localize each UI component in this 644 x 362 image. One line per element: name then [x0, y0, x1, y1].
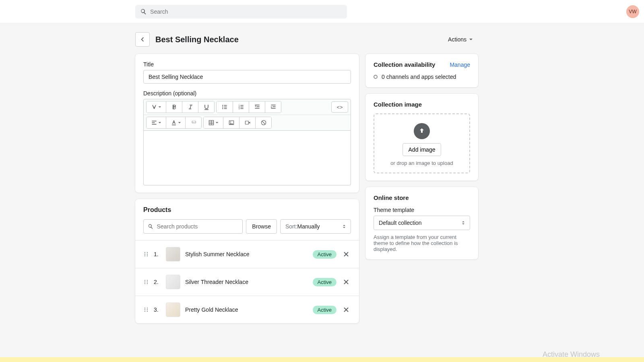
chevron-down-icon: [158, 121, 161, 124]
avatar[interactable]: VW: [626, 5, 639, 18]
online-store-heading: Online store: [374, 194, 470, 201]
product-name[interactable]: Pretty Gold Necklace: [185, 306, 308, 313]
svg-text:3: 3: [238, 107, 239, 110]
drag-handle[interactable]: [143, 251, 149, 257]
product-name[interactable]: Silver Threader Necklace: [185, 279, 308, 285]
drag-handle[interactable]: [143, 279, 149, 285]
list-ul-icon: [221, 104, 228, 110]
remove-button[interactable]: [341, 249, 351, 259]
bullet-list-button[interactable]: [217, 101, 233, 113]
svg-rect-12: [255, 105, 259, 105]
row-index: 2.: [154, 279, 161, 285]
browse-button[interactable]: Browse: [246, 219, 277, 234]
description-editor[interactable]: [143, 131, 351, 185]
svg-point-41: [144, 283, 145, 284]
drag-handle[interactable]: [143, 307, 149, 313]
row-index: 3.: [154, 306, 161, 313]
indent-button[interactable]: [265, 101, 281, 113]
underline-button[interactable]: [198, 101, 214, 113]
svg-point-32: [147, 252, 148, 253]
link-button[interactable]: [185, 117, 201, 128]
remove-button[interactable]: [341, 305, 351, 315]
status-badge: Active: [313, 250, 336, 259]
italic-button[interactable]: [182, 101, 198, 113]
list-ol-icon: 123: [238, 104, 244, 110]
title-label: Title: [143, 61, 351, 68]
svg-rect-28: [245, 121, 248, 124]
svg-rect-18: [152, 121, 156, 121]
manage-link[interactable]: Manage: [450, 62, 470, 68]
availability-status: 0 channels and apps selected: [382, 74, 456, 80]
product-search[interactable]: [143, 219, 243, 234]
svg-rect-15: [271, 105, 275, 105]
description-label: Description (optional): [143, 90, 351, 97]
svg-rect-13: [256, 106, 259, 107]
svg-point-39: [144, 282, 145, 282]
global-search[interactable]: [135, 5, 347, 19]
page-header: Best Selling Necklace Actions: [135, 31, 475, 47]
chevron-down-icon: [178, 121, 181, 124]
product-search-input[interactable]: [157, 223, 238, 230]
align-button[interactable]: [147, 117, 166, 128]
svg-point-2: [222, 107, 223, 107]
svg-rect-20: [152, 124, 156, 125]
svg-rect-9: [240, 107, 243, 107]
heading-icon: [151, 104, 157, 110]
heading-button[interactable]: [147, 101, 166, 113]
svg-rect-19: [152, 122, 155, 123]
table-button[interactable]: [204, 117, 223, 128]
bold-icon: [171, 104, 178, 110]
svg-point-46: [147, 309, 148, 310]
search-input[interactable]: [150, 8, 342, 15]
product-thumbnail: [166, 302, 180, 317]
title-input[interactable]: [143, 70, 351, 84]
html-toggle-button[interactable]: <>: [331, 101, 348, 113]
svg-point-47: [144, 311, 145, 312]
text-color-icon: [171, 119, 177, 126]
svg-point-40: [147, 282, 148, 282]
product-row: 3. Pretty Gold Necklace Active: [135, 296, 359, 323]
sort-value: Manually: [297, 223, 320, 230]
svg-rect-3: [224, 107, 227, 107]
italic-icon: [187, 104, 194, 110]
back-button[interactable]: [135, 32, 150, 47]
theme-template-label: Theme template: [374, 207, 470, 213]
clear-format-button[interactable]: [255, 117, 271, 128]
actions-menu[interactable]: Actions: [446, 34, 475, 45]
product-row: 1. Stylish Summer Necklace Active: [135, 241, 359, 268]
image-dropzone[interactable]: Add image or drop an image to upload: [374, 113, 470, 173]
rte-toolbar: 123 <>: [143, 99, 351, 131]
svg-point-38: [147, 280, 148, 281]
product-name[interactable]: Stylish Summer Necklace: [185, 251, 308, 257]
add-image-button[interactable]: Add image: [402, 143, 442, 156]
video-icon: [244, 119, 251, 126]
image-button[interactable]: [223, 117, 239, 128]
upload-icon: [418, 127, 426, 135]
product-row: 2. Silver Threader Necklace Active: [135, 268, 359, 296]
sort-select[interactable]: Sort: Manually: [280, 219, 351, 234]
drag-icon: [143, 251, 149, 257]
number-list-button[interactable]: 123: [233, 101, 249, 113]
status-dot-icon: [374, 75, 378, 79]
sort-prefix: Sort:: [285, 223, 297, 230]
svg-point-4: [222, 108, 223, 109]
svg-point-45: [144, 309, 145, 310]
availability-heading: Collection availability: [374, 61, 435, 68]
theme-help-text: Assign a template from your current them…: [374, 234, 470, 252]
svg-rect-1: [224, 105, 227, 106]
svg-point-44: [147, 308, 148, 309]
remove-button[interactable]: [341, 277, 351, 287]
close-icon: [343, 279, 349, 285]
theme-template-select[interactable]: Default collection: [374, 216, 470, 230]
product-thumbnail: [166, 247, 180, 261]
details-card: Title Description (optional): [135, 54, 359, 193]
row-index: 1.: [154, 251, 161, 257]
text-color-button[interactable]: [166, 117, 185, 128]
bold-button[interactable]: [166, 101, 182, 113]
product-list: 1. Stylish Summer Necklace Active 2. Sil…: [135, 240, 359, 323]
actions-label: Actions: [448, 36, 466, 43]
video-button[interactable]: [239, 117, 255, 128]
outdent-button[interactable]: [249, 101, 265, 113]
svg-point-48: [147, 311, 148, 312]
top-bar: VW: [0, 0, 644, 23]
